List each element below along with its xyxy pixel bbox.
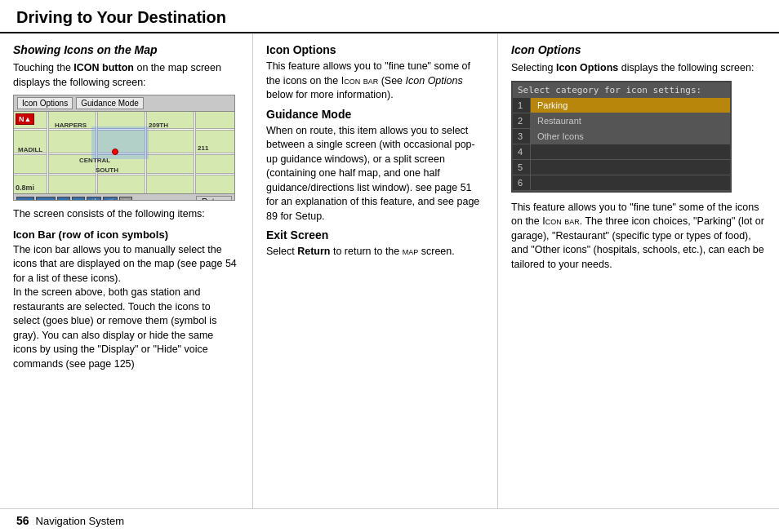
page-wrapper: Driving to Your Destination Showing Icon… [0, 0, 779, 532]
map-toolbar: Icon Options Guidance Mode [14, 95, 234, 112]
ios-row-3[interactable]: 3 Other Icons [513, 129, 730, 144]
ios-label-5 [531, 165, 730, 170]
icon-bar-ref: Icon bar [341, 75, 378, 86]
app-name: Navigation System [36, 515, 124, 527]
left-section-title: Showing Icons on the Map [13, 43, 239, 56]
ios-row-5[interactable]: 5 [513, 160, 730, 175]
map-dot [112, 149, 118, 155]
icon-options-ref: Icon Options [406, 75, 463, 86]
right-icon-bar-ref: Icon bar [542, 215, 579, 227]
ios-row-4[interactable]: 4 [513, 144, 730, 160]
ios-label-6 [531, 180, 730, 185]
map-ref: map [403, 246, 419, 257]
other-icon-btn[interactable]: ⊞ [119, 197, 132, 201]
ios-num-6: 6 [513, 175, 531, 190]
right-intro-text: Selecting Icon Options displays the foll… [511, 61, 766, 76]
ios-title: Select category for icon settings: [513, 82, 730, 98]
ios-label-3: Other Icons [531, 129, 730, 144]
food-icon-btn[interactable]: 🍴 [87, 197, 101, 201]
map-label-south: SOUTH [96, 166, 118, 174]
ios-num-4: 4 [513, 144, 531, 159]
return-btn[interactable]: Return [196, 196, 232, 201]
ios-row-1[interactable]: 1 Parking [513, 98, 730, 113]
page-footer: 56 Navigation System [0, 508, 779, 532]
ios-label-4 [531, 149, 730, 154]
ios-num-5: 5 [513, 160, 531, 175]
exit-screen-body: Select Return to return to the map scree… [266, 245, 484, 259]
cart-icon-btn[interactable]: 🛒 [103, 197, 118, 201]
map-distance: 0.8mi [16, 184, 34, 192]
icon-button-label: ICON button [73, 62, 134, 73]
map-label-209th: 209TH [149, 122, 168, 129]
ios-num-3: 3 [513, 129, 531, 144]
map-label-211: 211 [198, 144, 208, 152]
icon-options-btn[interactable]: Icon Options [17, 97, 73, 109]
content-area: Showing Icons on the Map Touching the IC… [0, 33, 779, 508]
guidance-mode-body: When on route, this item allows you to s… [266, 124, 484, 224]
ios-num-1: 1 [513, 98, 531, 113]
guidance-mode-btn[interactable]: Guidance Mode [76, 97, 144, 109]
map-image: Icon Options Guidance Mode HARPERS MADIL… [13, 95, 235, 201]
off-btn[interactable]: OFF [36, 197, 56, 201]
ios-row-2[interactable]: 2 Restaurant [513, 113, 730, 129]
info-icon-btn[interactable]: i [72, 197, 85, 201]
page-number: 56 [16, 514, 29, 527]
ios-row-6[interactable]: 6 [513, 175, 730, 191]
left-column: Showing Icons on the Map Touching the IC… [0, 33, 253, 508]
right-body-text: This feature allows you to "fine tune" s… [511, 201, 766, 273]
map-label-madill: MADILL [18, 146, 42, 153]
exit-screen-title: Exit Screen [266, 228, 484, 242]
icon-bar-body: The icon bar allows you to manually sele… [13, 243, 239, 372]
left-intro: Touching the ICON button on the map scre… [13, 61, 239, 90]
map-body: HARPERS MADILL CENTRAL 209TH SOUTH 211 0… [14, 112, 234, 193]
parking-icon-btn[interactable]: P [57, 197, 70, 201]
middle-column: Icon Options This feature allows you to … [253, 33, 498, 508]
road-v1 [47, 112, 49, 193]
north-indicator: N▲ [16, 113, 34, 125]
ios-label-1: Parking [531, 98, 730, 113]
icon-options-mid-title: Icon Options [266, 43, 484, 56]
all-btn[interactable]: ALL [16, 197, 34, 201]
icon-options-body: This feature allows you to "fine tune" s… [266, 60, 484, 103]
map-bottom-bar: ALL OFF P i 🍴 🛒 ⊞ Return [14, 193, 234, 201]
page-header: Driving to Your Destination [0, 0, 779, 33]
screen-consists-text: The screen consists of the following ite… [13, 207, 239, 222]
icon-options-bold: Icon Options [556, 62, 618, 73]
right-section-title: Icon Options [511, 43, 766, 56]
guidance-mode-title: Guidance Mode [266, 108, 484, 121]
ios-label-2: Restaurant [531, 113, 730, 128]
right-column: Icon Options Selecting Icon Options disp… [498, 33, 779, 508]
highlight-area [91, 126, 149, 159]
icon-bar-title: Icon Bar (row of icon symbols) [13, 228, 239, 241]
page-title: Driving to Your Destination [16, 8, 763, 27]
map-label-harpers: HARPERS [55, 122, 87, 129]
return-label: Return [297, 246, 330, 257]
road-v4 [194, 112, 196, 193]
icon-options-screen: Select category for icon settings: 1 Par… [511, 81, 732, 193]
ios-num-2: 2 [513, 113, 531, 128]
left-intro-text: Touching the [13, 62, 73, 73]
